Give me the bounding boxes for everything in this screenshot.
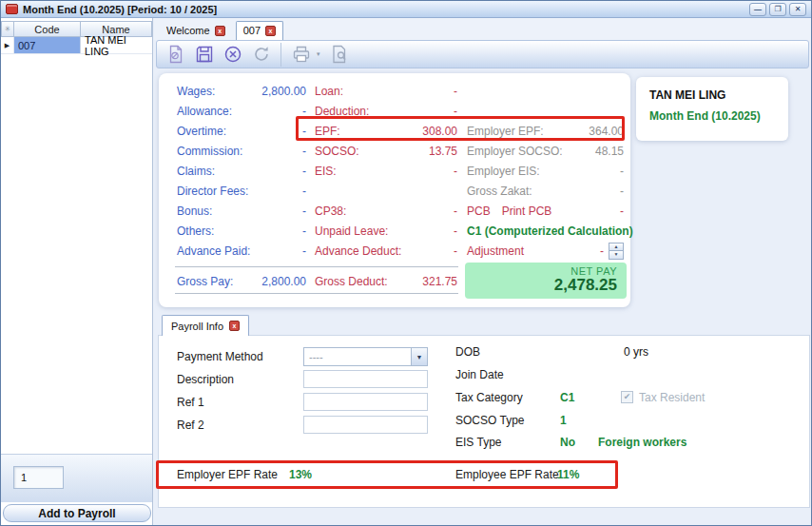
ref1-input[interactable] — [303, 393, 428, 411]
field-label: Employer EIS: — [467, 165, 540, 178]
employee-epf-rate-value: 11% — [557, 465, 579, 484]
net-pay-box: NET PAY 2,478.25 — [465, 263, 627, 299]
field-value: - — [302, 224, 306, 238]
net-pay-value: 2,478.25 — [465, 276, 617, 295]
edit-document-icon[interactable] — [163, 43, 188, 67]
pcb-value: - — [620, 205, 624, 218]
eis-type-label: EIS Type — [455, 433, 501, 452]
employee-card-name: TAN MEI LING — [649, 88, 788, 102]
tab-payroll-info[interactable]: Payroll Info x — [162, 315, 249, 336]
field-value: - — [302, 165, 306, 178]
tax-resident-label: Tax Resident — [639, 388, 705, 407]
field-value: - — [302, 125, 306, 138]
description-input[interactable] — [303, 370, 428, 388]
print-dropdown-caret-icon[interactable]: ▾ — [317, 50, 320, 58]
payment-method-value: ---- — [304, 351, 411, 362]
field-label: Director Fees: — [177, 185, 248, 198]
field-label: Allowance: — [177, 105, 232, 118]
toolbar: ▾ — [156, 40, 809, 68]
field-label: Advance Paid: — [177, 244, 250, 258]
employee-name-cell[interactable]: TAN MEI LING — [81, 37, 152, 53]
column-header-code[interactable]: Code — [14, 21, 81, 37]
tab-welcome[interactable]: Welcome x — [160, 22, 232, 40]
employee-row[interactable]: ▶ 007 TAN MEI LING — [1, 37, 152, 54]
gross-deduct-value: 321.75 — [422, 275, 457, 288]
tab-payroll-info-close-icon[interactable]: x — [229, 321, 240, 331]
dob-age-value: 0 yrs — [624, 342, 648, 361]
spin-down-icon[interactable]: ▼ — [609, 251, 623, 259]
adjustment-label: Adjustment — [467, 244, 524, 258]
print-preview-icon[interactable] — [327, 43, 353, 67]
tab-employee-label: 007 — [243, 25, 261, 36]
checkmark-icon: ✔ — [624, 393, 631, 401]
field-label: SOCSO: — [315, 145, 359, 158]
payment-method-select[interactable]: ---- ▼ — [303, 347, 428, 366]
field-value: 2,800.00 — [261, 85, 306, 98]
refresh-icon[interactable] — [248, 43, 274, 67]
payroll-summary-panel: Wages:2,800.00 Allowance:- Overtime:- Co… — [159, 73, 630, 307]
tab-welcome-close-icon[interactable]: x — [215, 26, 225, 36]
tax-resident-checkbox[interactable]: ✔ — [621, 391, 633, 403]
main-area: Welcome x 007 x — [154, 18, 811, 525]
field-value: - — [454, 85, 457, 98]
document-tabstrip: Welcome x 007 x — [154, 18, 811, 40]
ref2-input[interactable] — [303, 416, 428, 434]
field-value: - — [302, 105, 306, 118]
close-button[interactable]: ✕ — [789, 3, 806, 16]
gross-pay-label: Gross Pay: — [177, 275, 233, 288]
add-to-payroll-button[interactable]: Add to Payroll — [3, 504, 151, 522]
field-value: - — [302, 205, 306, 218]
deductions-column: Loan:- Deduction:- EPF:308.00 SOCSO:13.7… — [315, 81, 457, 261]
tax-calculation-note: C1 (Computerized Calculation) — [467, 224, 633, 238]
tab-welcome-label: Welcome — [166, 25, 210, 36]
save-icon[interactable] — [191, 43, 217, 67]
spin-up-icon[interactable]: ▲ — [609, 244, 623, 252]
field-label: Overtime: — [177, 125, 226, 138]
print-icon[interactable] — [288, 43, 314, 67]
tab-employee-close-icon[interactable]: x — [265, 26, 276, 36]
record-count-box[interactable]: 1 — [13, 466, 64, 489]
field-value: - — [454, 165, 457, 178]
field-value: - — [454, 105, 457, 118]
field-value: - — [302, 244, 306, 258]
toolbar-edit-group — [163, 43, 281, 67]
payment-method-dropdown-button[interactable]: ▼ — [411, 348, 427, 365]
chevron-down-icon: ▼ — [416, 354, 423, 360]
field-label: Gross Zakat: — [467, 185, 532, 198]
maximize-button[interactable]: ❐ — [769, 3, 786, 16]
field-label: Commission: — [177, 145, 242, 158]
field-label: Bonus: — [177, 205, 212, 218]
field-value: - — [454, 224, 457, 238]
employee-code-cell[interactable]: 007 — [14, 37, 81, 53]
print-pcb-link[interactable]: Print PCB — [502, 205, 552, 218]
field-value: - — [454, 205, 457, 218]
employee-card-period: Month End (10.2025) — [649, 109, 788, 123]
field-value: - — [302, 145, 306, 158]
toolbar-print-group: ▾ — [288, 43, 359, 67]
field-label: Wages: — [177, 85, 215, 98]
window-controls: — ❐ ✕ — [749, 3, 806, 16]
employee-list-panel: ✳ Code Name ▶ 007 TAN MEI LING 1 Add to … — [1, 18, 153, 525]
cancel-icon[interactable] — [220, 43, 245, 67]
adjustment-spinner[interactable]: ▲ ▼ — [609, 243, 624, 260]
earnings-column: Wages:2,800.00 Allowance:- Overtime:- Co… — [177, 81, 306, 261]
field-value: 308.00 — [422, 125, 457, 138]
grid-options-icon[interactable]: ✳ — [1, 21, 14, 37]
tax-category-label: Tax Category — [455, 388, 523, 407]
field-label: Unpaid Leave: — [315, 224, 388, 238]
socso-type-label: SOCSO Type — [455, 411, 524, 430]
row-selector-icon: ▶ — [1, 37, 14, 53]
socso-type-value: 1 — [560, 411, 567, 430]
field-value: 13.75 — [429, 145, 457, 158]
employer-column: Employer EPF:364.00 Employer SOCSO:48.15… — [467, 81, 624, 261]
minimize-button[interactable]: — — [749, 3, 766, 16]
ref1-label: Ref 1 — [177, 393, 204, 412]
field-label: Claims: — [177, 165, 215, 178]
employee-epf-rate-label: Employee EPF Rate — [455, 465, 559, 484]
tab-employee-007[interactable]: 007 x — [236, 21, 283, 40]
employer-epf-rate-label: Employer EPF Rate — [177, 465, 278, 484]
ref2-label: Ref 2 — [177, 416, 204, 435]
record-count-panel: 1 — [1, 454, 152, 502]
field-value: - — [620, 185, 624, 198]
field-value: 364.00 — [589, 125, 624, 138]
